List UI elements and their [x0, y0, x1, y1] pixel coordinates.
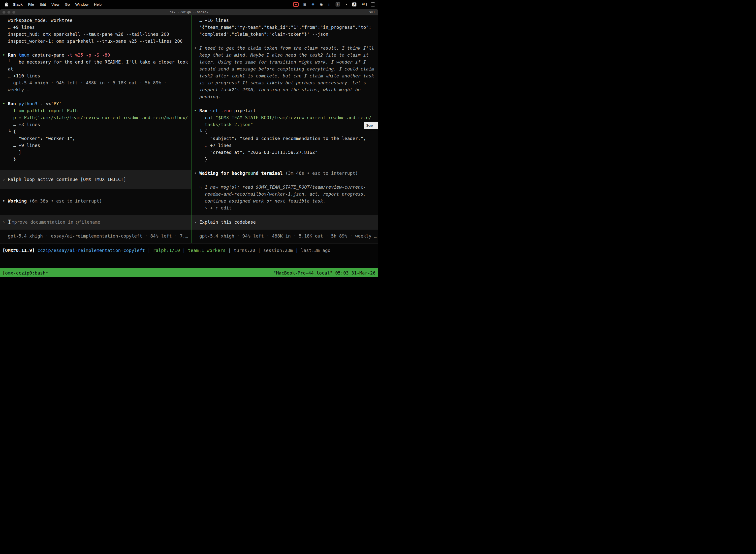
terminal-line: cat "$OMX_TEAM_STATE_ROOT/team/review-cu…	[194, 114, 378, 121]
input-source-icon[interactable]: A	[352, 2, 357, 6]
terminal-line	[194, 38, 378, 45]
terminal-line: inspect_worker-1: omx sparkshell --tmux-…	[2, 38, 191, 45]
terminal-line: └ be necessary for the end of the README…	[2, 59, 191, 65]
left-inject-banner[interactable]: › Ralph loop active continue [OMX_TMUX_I…	[0, 170, 191, 189]
terminal-line: ⌥ + ↑ edit	[194, 205, 378, 212]
battery-gauge-icon[interactable]: ◔	[344, 2, 348, 7]
menu-help[interactable]: Help	[91, 2, 105, 6]
apple-menu-icon[interactable]	[4, 2, 8, 6]
tmux-host-clock: "MacBook-Pro-44.local" 05:03 31-Mar-26	[273, 270, 376, 276]
tmux-status-bar: [omx-cczip0:bash* "MacBook-Pro-44.local"…	[0, 268, 378, 277]
terminal-line: ]	[2, 149, 191, 156]
terminal-line	[2, 93, 191, 100]
menu-edit[interactable]: Edit	[37, 2, 49, 6]
terminal-line: inspect task2's JSON, focusing on the st…	[194, 87, 378, 93]
menu-view[interactable]: View	[49, 2, 62, 6]
right-pane-statusline: gpt-5.4 xhigh · 94% left · 488K in · 5.1…	[191, 233, 378, 239]
left-pane: workspace_mode: worktree … +9 lines insp…	[0, 15, 191, 243]
right-prompt-input[interactable]: › Explain this codebase	[191, 215, 378, 230]
terminal-panes: workspace_mode: worktree … +9 lines insp…	[0, 15, 378, 243]
terminal-line: workspace_mode: worktree	[2, 17, 191, 24]
omx-status-line: [OMX#0.11.9] cczip/essay/ai-reimplementa…	[0, 243, 378, 254]
menu-file[interactable]: File	[25, 2, 37, 6]
raycast-icon[interactable]: ❖	[311, 2, 315, 7]
tmux-session-window[interactable]: [omx-cczip0:bash*	[2, 270, 48, 276]
terminal-line: ↳ 1 new msg(s): read $OMX_TEAM_STATE_ROO…	[194, 184, 378, 190]
close-button[interactable]	[2, 11, 5, 14]
terminal-line: }	[194, 156, 378, 163]
traffic-lights	[0, 11, 15, 14]
left-prompt-input[interactable]: › Improve documentation in @filename	[0, 215, 191, 230]
terminal-line: "worker": "worker-1",	[2, 135, 191, 142]
terminal-line: "created_at": "2026-03-31T11:59:27.816Z"	[194, 149, 378, 156]
terminal-line: • Ran python3 - <<'PY'	[2, 100, 191, 107]
terminal-line: pending.	[194, 93, 378, 100]
terminal-line: task2 after task1 is complete, but can I…	[194, 72, 378, 79]
terminal-line: gpt-5.4 xhigh · 94% left · 488K in · 5.1…	[2, 79, 191, 87]
terminal-line: … +110 lines	[2, 72, 191, 79]
terminal-line: }	[2, 156, 191, 163]
terminal-line: … +9 lines	[2, 24, 191, 31]
terminal-line	[194, 100, 378, 107]
left-inject-text: › Ralph loop active continue [OMX_TMUX_I…	[2, 176, 126, 183]
app-circle-icon[interactable]: ◉	[319, 2, 323, 7]
terminal-line: should send a message before completing …	[194, 65, 378, 72]
right-prompt-text: › Explain this codebase	[194, 219, 256, 226]
terminal-line: later. Using the same for transition mig…	[194, 59, 378, 65]
terminal-line: weekly …	[2, 87, 191, 93]
terminal-line: readme-and-reco/mailbox/worker-1.json, a…	[194, 190, 378, 198]
terminal-line: tasks/task-2.json"	[194, 121, 378, 128]
menu-bar-status-icons: ⊞ ❖ ◉ ⠿ 8 ◔ A 61	[293, 2, 375, 7]
terminal-line	[194, 177, 378, 184]
left-prompt-text: › Improve documentation in @filename	[2, 219, 100, 226]
keycast-icon[interactable]: 8	[335, 2, 340, 6]
menu-bar: Slack File Edit View Go Window Help ⊞ ❖ …	[0, 0, 378, 9]
window-title: omx --xhigh --madmax	[0, 10, 378, 14]
terminal-line: p = Path('.omx/state/team/review-current…	[2, 114, 191, 121]
terminal-line: is in progress? It seems likely but perh…	[194, 79, 378, 87]
terminal-line: • Ran tmux capture-pane -t %25 -p -S -80	[2, 52, 191, 59]
window-manager-icon[interactable]: ⊞	[303, 2, 307, 7]
terminal-line: '{"team_name":"my-team","task_id":"1","f…	[194, 24, 378, 31]
terminal-line: inspect_hud: omx sparkshell --tmux-pane …	[2, 31, 191, 38]
terminal-line: keep that in mind. Maybe I also need the…	[194, 52, 378, 59]
terminal-line: "completed","claim_token":"claim-token"}…	[194, 31, 378, 38]
battery-icon[interactable]: 61	[361, 3, 367, 6]
terminal-line: at	[2, 65, 191, 72]
right-pane: … +16 lines '{"team_name":"my-team","tas…	[191, 15, 378, 243]
menu-go[interactable]: Go	[62, 2, 72, 6]
terminal-line	[2, 45, 191, 52]
terminal-line: … +16 lines	[194, 17, 378, 24]
terminal-line: … +9 lines	[2, 142, 191, 149]
terminal-line: └ {	[194, 128, 378, 135]
terminal-line: • Ran set -euo pipefail	[194, 107, 378, 114]
screen-sharing-overlay[interactable]: Scre	[364, 122, 378, 129]
window-shortcut-hint: ⌥⌘1	[369, 10, 378, 14]
terminal-line: continue assigned work or next feasible …	[194, 198, 378, 205]
screen-recording-icon[interactable]	[293, 2, 299, 7]
omx-hud: [OMX#0.11.9] cczip/essay/ai-reimplementa…	[0, 243, 378, 268]
control-center-icon[interactable]	[371, 2, 375, 7]
window-title-bar: omx --xhigh --madmax ⌥⌘1	[0, 9, 378, 15]
terminal-line: from pathlib import Path	[2, 107, 191, 114]
minimize-button[interactable]	[7, 11, 10, 14]
terminal-line: … +7 lines	[194, 142, 378, 149]
terminal-line: └ {	[2, 128, 191, 135]
right-scrollback: … +16 lines '{"team_name":"my-team","tas…	[191, 15, 378, 212]
terminal-line: • Waiting for background terminal (3m 46…	[194, 170, 378, 177]
zoom-button[interactable]	[12, 11, 15, 14]
terminal-line: … +3 lines	[2, 121, 191, 128]
menu-window[interactable]: Window	[73, 2, 91, 6]
left-working-status: • Working (6m 38s • esc to interrupt)	[0, 198, 191, 205]
active-app-menu[interactable]: Slack	[10, 2, 25, 6]
left-scrollback: workspace_mode: worktree … +9 lines insp…	[0, 15, 191, 163]
terminal-line: "subject": "send a concise recommendatio…	[194, 135, 378, 142]
left-pane-statusline: gpt-5.4 xhigh · essay/ai-reimplementatio…	[0, 233, 191, 239]
launchpad-icon[interactable]: ⠿	[327, 2, 331, 7]
terminal-line	[194, 163, 378, 170]
terminal-line: • I need to get the claim token from the…	[194, 45, 378, 52]
